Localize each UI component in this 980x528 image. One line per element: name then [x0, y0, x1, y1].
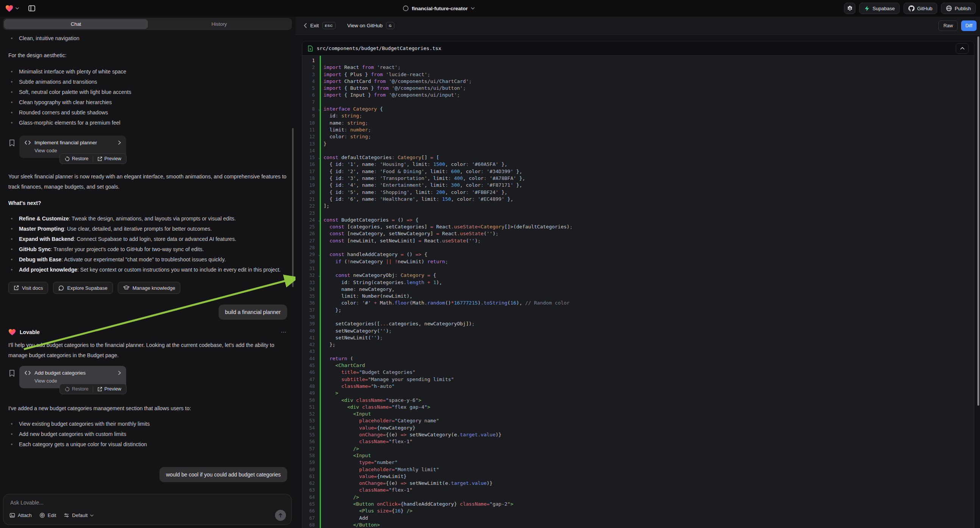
code-line[interactable]: 11 limit: number;	[302, 127, 974, 133]
bookmark-icon[interactable]	[9, 139, 15, 146]
message-menu-button[interactable]: ⋯	[281, 329, 287, 336]
fold-toggle-icon[interactable]: ⌄	[315, 251, 323, 258]
code-line[interactable]: 58 <Input	[302, 452, 974, 459]
code-line[interactable]: 67 Add	[302, 515, 974, 522]
bookmark-icon[interactable]	[9, 370, 15, 377]
code-line[interactable]: 45 <ChartCard	[302, 362, 974, 369]
code-line[interactable]: 49 >	[302, 390, 974, 396]
code-line[interactable]: 5import { Button } from '@/components/ui…	[302, 85, 974, 92]
code-line[interactable]: 35 limit: Number(newLimit),	[302, 293, 974, 300]
code-line[interactable]: 12 color: string;	[302, 133, 974, 140]
code-line[interactable]: 1	[302, 57, 974, 64]
restore-button[interactable]: Restore	[61, 385, 92, 393]
chip-visit-docs[interactable]: Visit docs	[8, 282, 48, 294]
chat-composer[interactable]: Ask Lovable... Attach Edit Default	[3, 494, 292, 525]
settings-button[interactable]	[844, 3, 855, 14]
code-line[interactable]: 29⌄ const handleAddCategory = () => {	[302, 251, 974, 258]
tab-chat[interactable]: Chat	[4, 19, 148, 29]
code-line[interactable]: 61 value={newLimit}	[302, 473, 974, 480]
code-line[interactable]: 38	[302, 313, 974, 320]
code-line[interactable]: 2import React from 'react';	[302, 64, 974, 71]
code-line[interactable]: 54 value={newCategory}	[302, 425, 974, 431]
code-line[interactable]: 47 subtitle="Manage your spending limits…	[302, 376, 974, 383]
sidebar-toggle-icon[interactable]	[27, 3, 37, 14]
code-line[interactable]: 9 id: string;	[302, 113, 974, 119]
code-line[interactable]: 32⌄ const newCategoryObj: Category = {	[302, 272, 974, 279]
project-switcher[interactable]: financial-future-creator	[402, 0, 475, 17]
view-on-github-button[interactable]: View on GitHub	[347, 23, 383, 29]
code-line[interactable]: 63 className="flex-1"	[302, 487, 974, 493]
attach-button[interactable]: Attach	[10, 512, 32, 518]
code-line[interactable]: 6import { Input } from '@/components/ui/…	[302, 92, 974, 99]
code-line[interactable]: 24⌄const BudgetCategories = () => {	[302, 217, 974, 223]
raw-toggle-button[interactable]: Raw	[938, 21, 958, 31]
code-line[interactable]: 39 setCategories([...categories, newCate…	[302, 320, 974, 327]
code-line[interactable]: 31	[302, 265, 974, 272]
code-line[interactable]: 64 />	[302, 494, 974, 501]
logo-chevron-down-icon[interactable]	[16, 7, 19, 10]
code-line[interactable]: 30 if (!newCategory || !newLimit) return…	[302, 258, 974, 265]
code-line[interactable]: 53 placeholder="Category name"	[302, 417, 974, 424]
code-line[interactable]: 7	[302, 99, 974, 106]
view-code-link[interactable]: View code	[35, 378, 121, 384]
code-line[interactable]: 16 { id: '1', name: 'Housing', limit: 15…	[302, 161, 974, 168]
send-button[interactable]	[275, 510, 286, 521]
code-line[interactable]: 44 return (	[302, 355, 974, 362]
fold-toggle-icon[interactable]: ⌄	[315, 106, 323, 113]
code-line[interactable]: 27 const [newLimit, setNewLimit] = React…	[302, 237, 974, 244]
code-line[interactable]: 8⌄interface Category {	[302, 106, 974, 113]
chip-explore-supabase[interactable]: Explore Supabase	[53, 282, 113, 294]
exit-button[interactable]: Exit	[310, 23, 319, 29]
model-selector[interactable]: Default	[64, 512, 94, 518]
fold-toggle-icon[interactable]: ⌄	[315, 272, 323, 279]
edit-button[interactable]: Edit	[40, 512, 56, 518]
code-line[interactable]: 10 name: string;	[302, 120, 974, 127]
code-line[interactable]: 22];	[302, 203, 974, 210]
code-line[interactable]: 41 setNewLimit('');	[302, 334, 974, 341]
composer-input[interactable]: Ask Lovable...	[10, 499, 285, 506]
view-code-link[interactable]: View code	[35, 148, 121, 153]
lovable-logo-heart-icon[interactable]	[5, 5, 13, 12]
preview-button[interactable]: Preview	[94, 155, 125, 162]
code-line[interactable]: 50 <div className="space-y-6">	[302, 397, 974, 404]
code-line[interactable]: 56 className="flex-1"	[302, 438, 974, 445]
version-card[interactable]: Implement financial plannerView codeRest…	[19, 135, 126, 158]
code-line[interactable]: 17 { id: '2', name: 'Food & Dining', lim…	[302, 168, 974, 175]
collapse-file-button[interactable]	[956, 43, 969, 54]
code-line[interactable]: 43	[302, 348, 974, 355]
code-line[interactable]: 33 id: String(categories.length + 1),	[302, 279, 974, 286]
code-line[interactable]: 18 { id: '3', name: 'Transportation', li…	[302, 175, 974, 182]
tab-history[interactable]: History	[148, 19, 291, 29]
code-line[interactable]: 13}	[302, 140, 974, 147]
file-header[interactable]: src/components/budget/BudgetCategories.t…	[302, 41, 974, 56]
version-card[interactable]: Add budget categoriesView codeRestorePre…	[19, 366, 126, 388]
code-line[interactable]: 3import { Plus } from 'lucide-react';	[302, 71, 974, 78]
code-line[interactable]: 14	[302, 147, 974, 154]
code-line[interactable]: 42 };	[302, 341, 974, 348]
code-line[interactable]: 37 };	[302, 307, 974, 313]
code-line[interactable]: 68 </Button>	[302, 522, 974, 528]
code-line[interactable]: 20 { id: '5', name: 'Shopping', limit: 2…	[302, 189, 974, 196]
code-line[interactable]: 46 title="Budget Categories"	[302, 369, 974, 376]
code-line[interactable]: 19 { id: '4', name: 'Entertainment', lim…	[302, 182, 974, 189]
code-line[interactable]: 48 className="h-auto"	[302, 383, 974, 390]
github-button[interactable]: GitHub	[904, 3, 937, 14]
code-line[interactable]: 28	[302, 244, 974, 251]
publish-button[interactable]: Publish	[941, 3, 976, 14]
supabase-button[interactable]: Supabase	[859, 3, 900, 14]
code-line[interactable]: 51 <div className="flex gap-4">	[302, 404, 974, 410]
fold-toggle-icon[interactable]: ⌄	[315, 217, 323, 223]
code-line[interactable]: 4import ChartCard from '@/components/ui/…	[302, 78, 974, 85]
chip-manage-knowledge[interactable]: Manage knowledge	[118, 282, 181, 294]
fold-toggle-icon[interactable]: ⌄	[315, 154, 323, 161]
code-line[interactable]: 26 const [newCategory, setNewCategory] =…	[302, 230, 974, 237]
code-line[interactable]: 34 name: newCategory,	[302, 286, 974, 293]
code-line[interactable]: 23	[302, 210, 974, 217]
code-line[interactable]: 55 onChange={(e) => setNewCategory(e.tar…	[302, 431, 974, 438]
restore-button[interactable]: Restore	[61, 155, 92, 162]
code-line[interactable]: 40 setNewCategory('');	[302, 328, 974, 334]
code-line[interactable]: 52 <Input	[302, 410, 974, 417]
code-line[interactable]: 21 { id: '6', name: 'Healthcare', limit:…	[302, 196, 974, 203]
code-line[interactable]: 66 <Plus size={16} />	[302, 507, 974, 514]
chevron-left-icon[interactable]	[304, 23, 307, 28]
